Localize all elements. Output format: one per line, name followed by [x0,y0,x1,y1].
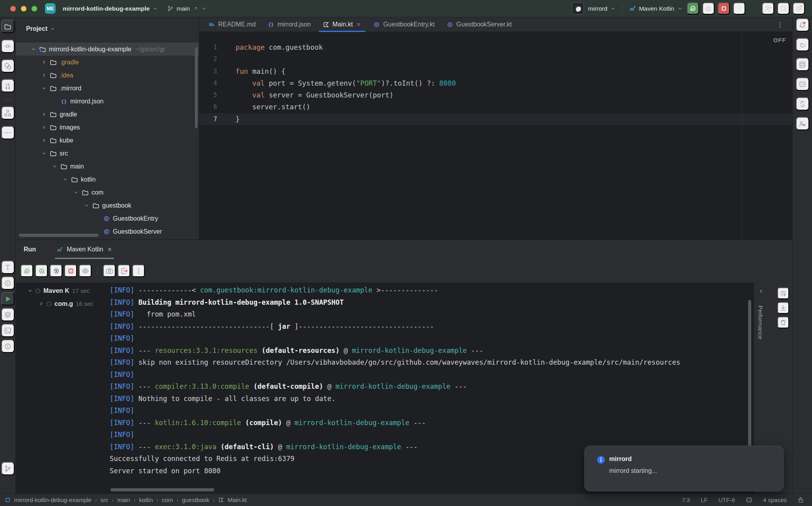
code-line-1[interactable]: 1package com.guestbook [199,41,792,53]
resume-button[interactable] [50,264,62,277]
code-line-3[interactable]: 3fun main() { [199,66,792,77]
close-icon[interactable] [107,247,112,252]
tab-mirrord-json[interactable]: {}mirrord.json [262,17,316,32]
tree-item-guestbook[interactable]: guestbook [16,199,199,212]
collapse-left-icon[interactable] [758,288,764,294]
breadcrumb-item[interactable]: kotlin [139,497,153,503]
indent-setting[interactable]: 4 spaces [763,497,787,503]
exit-button[interactable] [118,264,130,277]
file-encoding[interactable]: UTF-8 [718,497,735,503]
pull-requests-tool-icon[interactable] [1,79,15,92]
code-line-4[interactable]: 4 val port = System.getenv("PORT")?.toIn… [199,77,792,89]
endpoints-tool-icon[interactable] [796,97,809,111]
thread-dump-button[interactable] [103,264,116,277]
chevron-expanded-icon[interactable] [28,46,38,52]
version-control-tool-icon[interactable] [1,462,15,475]
tree-item-kotlin[interactable]: kotlin [16,173,199,186]
more-tools-icon[interactable] [1,126,15,139]
breadcrumb-item[interactable]: Main.kt [228,497,247,503]
chevron-collapsed-icon[interactable] [36,301,46,307]
search-everywhere-button[interactable] [777,2,790,15]
code-editor[interactable]: 1package com.guestbook23fun main() {4 va… [199,32,792,240]
chevron-expanded-icon[interactable] [25,288,35,294]
tree-item-main[interactable]: main [16,160,199,173]
project-tool-icon[interactable] [1,20,15,33]
build-tool-icon[interactable] [796,77,809,91]
chevron-collapsed-icon[interactable] [39,72,49,78]
project-panel-header[interactable]: Project [16,17,199,32]
structure-tool-icon[interactable] [1,106,15,120]
mirrord-logo-button[interactable] [572,2,584,15]
rerun-button[interactable] [21,264,33,277]
chevron-expanded-icon[interactable] [50,163,59,169]
clear-all-button[interactable] [777,317,789,328]
tab-main-kt[interactable]: Main.kt [317,17,368,32]
tree-item--gradle[interactable]: .gradle [16,56,199,69]
code-line-7[interactable]: 7} [199,113,792,125]
tree-item-src[interactable]: src [16,147,199,160]
breadcrumb-item[interactable]: guestbook [182,497,209,503]
show-options-button[interactable] [79,264,92,277]
notification-popup[interactable]: mirrord mirrord starting... [584,446,784,491]
code-line-2[interactable]: 2 [199,53,792,65]
add-user-button[interactable] [762,2,774,15]
console-horizontal-scrollbar[interactable] [110,488,214,491]
run-tree-item-com-g[interactable]: com.g16 sec [16,297,107,310]
chevron-collapsed-icon[interactable] [39,137,49,143]
code-with-me-icon[interactable] [796,117,809,130]
chevron-expanded-icon[interactable] [39,150,49,156]
tree-item-mirrord-json[interactable]: {}mirrord.json [16,95,199,108]
tab-guestbookserver-kt[interactable]: CGuestbookServer.kt [441,17,518,32]
tree-item-mirrord-kotlin-debug-example[interactable]: mirrord-kotlin-debug-example~/go/src/gi [16,43,199,56]
chevron-expanded-icon[interactable] [60,176,70,182]
line-separator[interactable]: LF [701,497,708,503]
commit-tool-icon[interactable] [1,39,15,53]
chevron-collapsed-icon[interactable] [39,59,49,65]
run-tab-maven-kotlin[interactable]: m Maven Kotlin [54,240,115,259]
more-actions-button[interactable] [733,2,745,15]
services-tool-icon[interactable] [1,308,15,321]
problems-tool-icon[interactable] [1,339,15,353]
help-tool-icon[interactable]: ? [1,59,15,73]
tree-item-kube[interactable]: kube [16,134,199,147]
notifications-icon[interactable] [796,18,809,32]
tab-options-kebab-icon[interactable] [776,21,784,29]
database-tool-icon[interactable] [796,58,809,71]
vcs-widget[interactable]: main [164,3,210,14]
stop-button[interactable] [718,2,730,15]
zoom-window-button[interactable] [32,6,37,11]
soft-wrap-button[interactable] [777,287,789,299]
breadcrumb-item[interactable]: com [162,497,173,503]
console-vertical-scrollbar[interactable] [748,300,751,453]
debug-button[interactable] [702,2,715,15]
copilot-icon[interactable] [746,497,752,503]
chevron-expanded-icon[interactable] [82,202,91,208]
profiler-tool-icon[interactable] [1,276,15,290]
breadcrumb-item[interactable]: mirrord-kotlin-debug-example [14,497,92,503]
tree-item--idea[interactable]: .idea [16,69,199,82]
run-config-selector[interactable]: m Maven Kotlin [628,3,684,14]
close-icon[interactable] [356,22,361,27]
minimize-window-button[interactable] [21,6,26,11]
run-tree-item-maven-k[interactable]: Maven K17 sec [16,284,107,297]
performance-tab-label[interactable]: Performance [757,305,764,339]
scroll-to-end-button[interactable] [777,302,789,314]
caret-position[interactable]: 7:3 [682,497,690,503]
terminal-tool-icon[interactable] [1,324,15,337]
rerun-failed-button[interactable] [35,264,48,277]
text-tool-icon[interactable] [1,260,15,274]
chevron-expanded-icon[interactable] [71,189,80,195]
more-options-button[interactable] [132,264,145,277]
chevron-collapsed-icon[interactable] [39,111,49,117]
rerun-button[interactable] [687,2,699,15]
code-line-5[interactable]: 5 val server = GuestbookServer(port) [199,89,792,101]
tree-item-gradle[interactable]: gradle [16,108,199,121]
ai-assistant-icon[interactable] [796,38,809,51]
close-window-button[interactable] [10,6,16,11]
tree-item-com[interactable]: com [16,186,199,199]
tree-item-guestbookentry[interactable]: CGuestbookEntry [16,212,199,225]
unlock-icon[interactable] [797,497,804,503]
tree-item--mirrord[interactable]: .mirrord [16,82,199,95]
code-line-6[interactable]: 6 server.start() [199,101,792,113]
tab-guestbookentry-kt[interactable]: CGuestbookEntry.kt [367,17,440,32]
